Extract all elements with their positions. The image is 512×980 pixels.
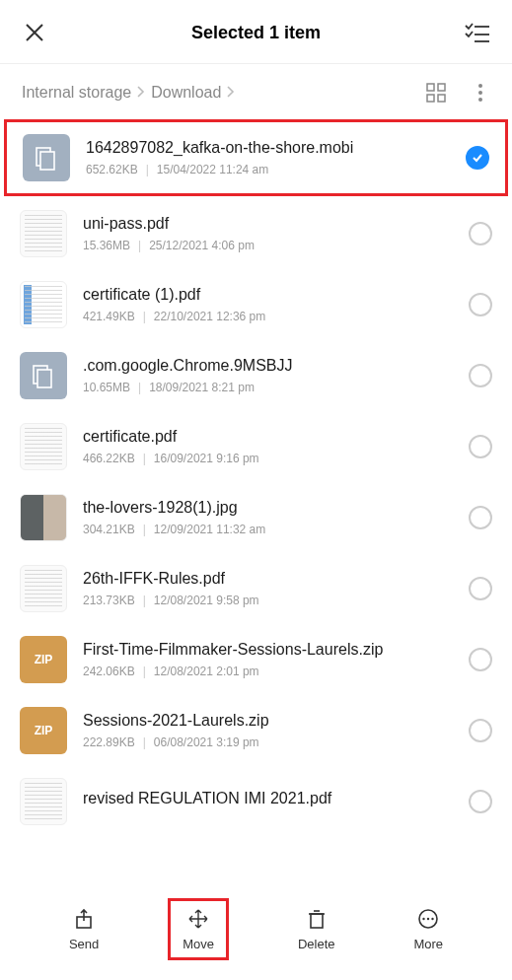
file-info: uni-pass.pdf15.36MB|25/12/2021 4:06 pm	[83, 215, 453, 252]
grid-view-icon[interactable]	[425, 82, 447, 104]
selection-indicator[interactable]	[469, 719, 492, 742]
more-label: More	[413, 937, 443, 951]
file-name: .com.google.Chrome.9MSBJJ	[83, 357, 453, 375]
file-size: 304.21KB	[83, 523, 135, 536]
meta-separator: |	[143, 452, 146, 465]
file-item[interactable]: 1642897082_kafka-on-the-shore.mobi652.62…	[4, 119, 508, 196]
send-button[interactable]: Send	[59, 901, 109, 957]
file-meta: 10.65MB|18/09/2021 8:21 pm	[83, 381, 453, 394]
file-item[interactable]: .com.google.Chrome.9MSBJJ10.65MB|18/09/2…	[0, 340, 512, 411]
svg-point-17	[427, 918, 429, 920]
file-thumbnail	[20, 565, 67, 612]
file-date: 16/09/2021 9:16 pm	[154, 452, 259, 465]
file-thumbnail	[20, 494, 67, 541]
file-thumbnail	[20, 778, 67, 825]
file-size: 421.49KB	[83, 310, 135, 323]
meta-separator: |	[138, 381, 141, 394]
move-label: Move	[183, 937, 214, 951]
selection-indicator[interactable]	[469, 577, 492, 600]
file-thumbnail	[20, 281, 67, 328]
file-info: 1642897082_kafka-on-the-shore.mobi652.62…	[86, 139, 450, 176]
file-meta: 421.49KB|22/10/2021 12:36 pm	[83, 310, 453, 323]
selection-indicator[interactable]	[469, 222, 492, 245]
file-info: .com.google.Chrome.9MSBJJ10.65MB|18/09/2…	[83, 357, 453, 394]
svg-rect-12	[311, 914, 323, 928]
delete-button[interactable]: Delete	[288, 901, 345, 957]
svg-point-16	[423, 918, 425, 920]
file-item[interactable]: certificate.pdf466.22KB|16/09/2021 9:16 …	[0, 411, 512, 482]
selection-indicator[interactable]	[469, 648, 492, 671]
file-name: revised REGULATION IMI 2021.pdf	[83, 790, 453, 807]
file-size: 10.65MB	[83, 381, 130, 394]
selection-indicator[interactable]	[469, 293, 492, 316]
file-list: 1642897082_kafka-on-the-shore.mobi652.62…	[0, 117, 512, 884]
file-name: First-Time-Filmmaker-Sessions-Laurels.zi…	[83, 641, 453, 659]
file-thumbnail	[20, 352, 67, 399]
file-meta: 466.22KB|16/09/2021 9:16 pm	[83, 452, 453, 465]
file-meta: 242.06KB|12/08/2021 2:01 pm	[83, 665, 453, 678]
file-item[interactable]: the-lovers-1928(1).jpg304.21KB|12/09/202…	[0, 482, 512, 553]
svg-rect-4	[438, 84, 445, 91]
meta-separator: |	[143, 310, 146, 323]
file-size: 652.62KB	[86, 163, 138, 176]
meta-separator: |	[146, 163, 149, 176]
svg-point-18	[432, 918, 434, 920]
file-date: 06/08/2021 3:19 pm	[154, 735, 259, 749]
breadcrumb[interactable]: Internal storage Download	[22, 84, 235, 102]
file-info: certificate.pdf466.22KB|16/09/2021 9:16 …	[83, 428, 453, 465]
file-name: certificate (1).pdf	[83, 286, 453, 304]
selection-indicator[interactable]	[466, 146, 489, 170]
file-date: 25/12/2021 4:06 pm	[149, 239, 255, 252]
select-all-icon[interactable]	[465, 20, 490, 45]
file-size: 466.22KB	[83, 452, 135, 465]
file-meta: 222.89KB|06/08/2021 3:19 pm	[83, 735, 453, 749]
file-meta: 652.62KB|15/04/2022 11:24 am	[86, 163, 450, 176]
breadcrumb-path[interactable]: Download	[151, 84, 221, 102]
svg-rect-6	[438, 95, 445, 102]
file-date: 22/10/2021 12:36 pm	[154, 310, 265, 323]
file-info: certificate (1).pdf421.49KB|22/10/2021 1…	[83, 286, 453, 323]
file-size: 222.89KB	[83, 735, 135, 749]
selection-indicator[interactable]	[469, 506, 492, 529]
file-name: Sessions-2021-Laurels.zip	[83, 712, 453, 730]
file-name: uni-pass.pdf	[83, 215, 453, 233]
selection-indicator[interactable]	[469, 364, 492, 387]
file-date: 15/04/2022 11:24 am	[157, 163, 268, 176]
file-name: certificate.pdf	[83, 428, 453, 446]
zip-badge: ZIP	[35, 653, 53, 666]
move-button[interactable]: Move	[168, 898, 229, 960]
breadcrumb-root[interactable]: Internal storage	[22, 84, 131, 102]
close-icon[interactable]	[22, 20, 47, 45]
file-thumbnail	[20, 423, 67, 470]
file-meta: 15.36MB|25/12/2021 4:06 pm	[83, 239, 453, 252]
file-name: 26th-IFFK-Rules.pdf	[83, 570, 453, 588]
file-meta: 304.21KB|12/09/2021 11:32 am	[83, 523, 453, 536]
file-item[interactable]: ZIPSessions-2021-Laurels.zip222.89KB|06/…	[0, 695, 512, 766]
file-info: First-Time-Filmmaker-Sessions-Laurels.zi…	[83, 641, 453, 678]
file-info: the-lovers-1928(1).jpg304.21KB|12/09/202…	[83, 499, 453, 536]
file-size: 213.73KB	[83, 594, 135, 607]
file-item[interactable]: 26th-IFFK-Rules.pdf213.73KB|12/08/2021 9…	[0, 553, 512, 624]
file-thumbnail: ZIP	[20, 707, 67, 754]
more-icon	[416, 907, 440, 931]
svg-rect-5	[427, 95, 434, 102]
header-title: Selected 1 item	[191, 23, 321, 43]
file-name: 1642897082_kafka-on-the-shore.mobi	[86, 139, 450, 157]
file-info: 26th-IFFK-Rules.pdf213.73KB|12/08/2021 9…	[83, 570, 453, 607]
meta-separator: |	[143, 594, 146, 607]
file-item[interactable]: certificate (1).pdf421.49KB|22/10/2021 1…	[0, 269, 512, 340]
file-item[interactable]: revised REGULATION IMI 2021.pdf	[0, 766, 512, 837]
file-thumbnail	[20, 210, 67, 257]
file-item[interactable]: ZIPFirst-Time-Filmmaker-Sessions-Laurels…	[0, 624, 512, 695]
file-meta: 213.73KB|12/08/2021 9:58 pm	[83, 594, 453, 607]
file-item[interactable]: uni-pass.pdf15.36MB|25/12/2021 4:06 pm	[0, 198, 512, 269]
selection-indicator[interactable]	[469, 435, 492, 458]
meta-separator: |	[143, 523, 146, 536]
file-date: 18/09/2021 8:21 pm	[149, 381, 255, 394]
meta-separator: |	[138, 239, 141, 252]
file-date: 12/08/2021 9:58 pm	[154, 594, 259, 607]
delete-icon	[305, 907, 329, 931]
more-button[interactable]: More	[403, 901, 453, 957]
selection-indicator[interactable]	[469, 790, 492, 813]
more-options-icon[interactable]	[471, 83, 490, 103]
